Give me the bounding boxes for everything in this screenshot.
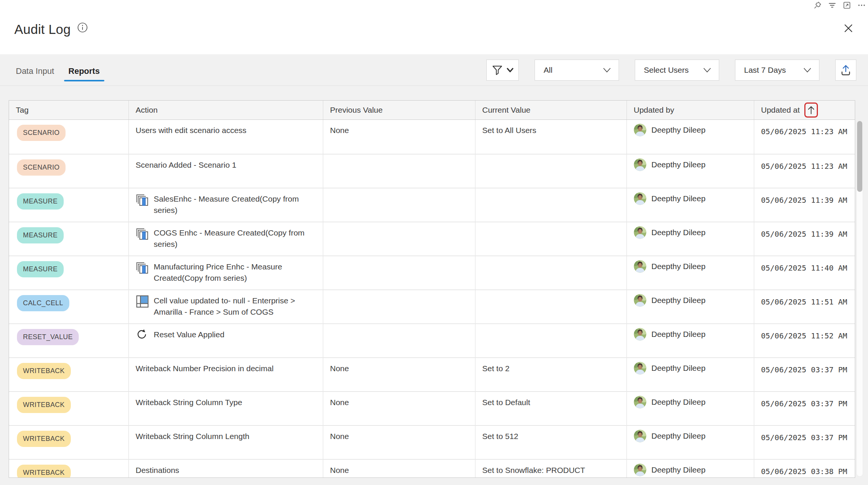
previous-value	[323, 155, 475, 188]
column-header-current-value: Current Value	[475, 101, 627, 119]
avatar	[634, 158, 646, 171]
tag-badge: WRITEBACK	[17, 397, 71, 413]
previous-value	[323, 256, 475, 289]
users-filter-value: Select Users	[644, 66, 689, 75]
previous-value: None	[323, 120, 475, 154]
table-row: WRITEBACK Writeback Number Precision in …	[9, 357, 855, 391]
updated-by-cell: Deepthy Dileep	[627, 358, 754, 391]
updated-by-name: Deepthy Dileep	[651, 464, 706, 476]
pin-icon[interactable]	[813, 1, 822, 9]
action-text: COGS Enhc - Measure Created(Copy from se…	[154, 227, 318, 250]
action-cell: Destinations	[129, 460, 323, 478]
current-value	[475, 188, 627, 222]
updated-at: 05/06/2025 11:40 AM	[754, 256, 855, 289]
arrow-up-icon	[807, 105, 816, 115]
table-row: WRITEBACK Destinations None Set to Snowf…	[9, 459, 855, 478]
current-value	[475, 222, 627, 256]
tab-reports[interactable]: Reports	[64, 54, 104, 86]
tag-cell: RESET_VALUE	[9, 324, 129, 357]
updated-by-cell: Deepthy Dileep	[627, 460, 754, 478]
action-cell: Scenario Added - Scenario 1	[129, 155, 323, 188]
updated-at: 05/06/2025 11:39 AM	[754, 188, 855, 222]
updated-by-name: Deepthy Dileep	[651, 294, 706, 307]
filter-button[interactable]	[486, 60, 519, 81]
updated-by-cell: Deepthy Dileep	[627, 290, 754, 323]
reset-icon	[136, 329, 149, 342]
previous-value: None	[323, 460, 475, 478]
current-value: Set to 512	[475, 426, 627, 459]
filter-lines-icon[interactable]	[828, 1, 836, 9]
previous-value	[323, 324, 475, 357]
action-cell: Writeback Number Precision in decimal	[129, 358, 323, 391]
category-filter-dropdown[interactable]: All	[535, 60, 619, 81]
column-header-tag: Tag	[9, 101, 129, 119]
category-filter-value: All	[544, 66, 552, 75]
more-options-icon[interactable]	[857, 1, 866, 9]
action-cell: Writeback String Column Type	[129, 392, 323, 425]
avatar	[634, 226, 646, 239]
tag-badge: WRITEBACK	[17, 465, 71, 478]
updated-at-label: Updated at	[761, 106, 800, 115]
chevron-down-icon	[703, 67, 711, 73]
users-filter-dropdown[interactable]: Select Users	[635, 60, 719, 81]
table-row: WRITEBACK Writeback String Column Type N…	[9, 391, 855, 425]
action-cell: Manufacturing Price Enhc - Measure Creat…	[129, 256, 323, 289]
action-text: Users with edit scenario access	[136, 125, 246, 136]
updated-at: 05/06/2025 03:37 PM	[754, 358, 855, 391]
action-text: SalesEnhc - Measure Created(Copy from se…	[154, 193, 318, 216]
tag-cell: WRITEBACK	[9, 460, 129, 478]
previous-value: None	[323, 426, 475, 459]
updated-by-cell: Deepthy Dileep	[627, 324, 754, 357]
tag-cell: SCENARIO	[9, 120, 129, 154]
table-header-row: Tag Action Previous Value Current Value …	[9, 101, 855, 120]
action-text: Writeback String Column Length	[136, 431, 249, 442]
tag-cell: MEASURE	[9, 188, 129, 222]
updated-by-cell: Deepthy Dileep	[627, 256, 754, 289]
updated-by-name: Deepthy Dileep	[651, 158, 706, 171]
avatar	[634, 328, 646, 341]
column-header-previous-value: Previous Value	[323, 101, 475, 119]
avatar	[634, 294, 646, 307]
tab-data-input[interactable]: Data Input	[11, 54, 59, 86]
scrollbar-thumb[interactable]	[857, 121, 862, 192]
chevron-down-icon	[803, 67, 811, 73]
previous-value: None	[323, 358, 475, 391]
action-cell: Cell value updated to- null - Enterprise…	[129, 290, 323, 323]
updated-at: 05/06/2025 11:52 AM	[754, 324, 855, 357]
tag-cell: WRITEBACK	[9, 426, 129, 459]
avatar	[634, 396, 646, 409]
previous-value	[323, 188, 475, 222]
previous-value	[323, 290, 475, 323]
action-cell: COGS Enhc - Measure Created(Copy from se…	[129, 222, 323, 256]
export-button[interactable]	[835, 60, 856, 81]
measure-icon	[136, 227, 149, 240]
current-value	[475, 324, 627, 357]
current-value: Set to All Users	[475, 120, 627, 154]
vertical-scrollbar[interactable]	[856, 120, 863, 477]
focus-mode-icon[interactable]	[843, 1, 851, 9]
modal-header: Audit Log	[14, 17, 856, 41]
close-button[interactable]	[842, 22, 855, 35]
date-range-dropdown[interactable]: Last 7 Days	[735, 60, 819, 81]
tag-cell: MEASURE	[9, 256, 129, 289]
funnel-icon	[492, 64, 503, 76]
export-icon	[839, 63, 853, 77]
updated-by-name: Deepthy Dileep	[651, 124, 706, 136]
updated-by-name: Deepthy Dileep	[651, 260, 706, 273]
action-text: Scenario Added - Scenario 1	[136, 159, 236, 171]
chevron-down-icon	[506, 67, 514, 73]
action-cell: SalesEnhc - Measure Created(Copy from se…	[129, 188, 323, 222]
info-icon[interactable]	[77, 22, 88, 33]
action-text: Writeback Number Precision in decimal	[136, 363, 274, 374]
tag-badge: WRITEBACK	[17, 363, 71, 379]
avatar	[634, 124, 646, 136]
column-header-updated-at[interactable]: Updated at	[754, 101, 855, 119]
avatar	[634, 362, 646, 375]
updated-at: 05/06/2025 03:37 PM	[754, 426, 855, 459]
tag-cell: SCENARIO	[9, 155, 129, 188]
visual-header	[813, 1, 866, 9]
table-row: MEASURE Manufacturing Price Enhc - Measu…	[9, 256, 855, 289]
updated-at: 05/06/2025 11:51 AM	[754, 290, 855, 323]
table-row: SCENARIO Scenario Added - Scenario 1 Dee…	[9, 154, 855, 188]
sort-ascending-button[interactable]	[804, 103, 818, 118]
